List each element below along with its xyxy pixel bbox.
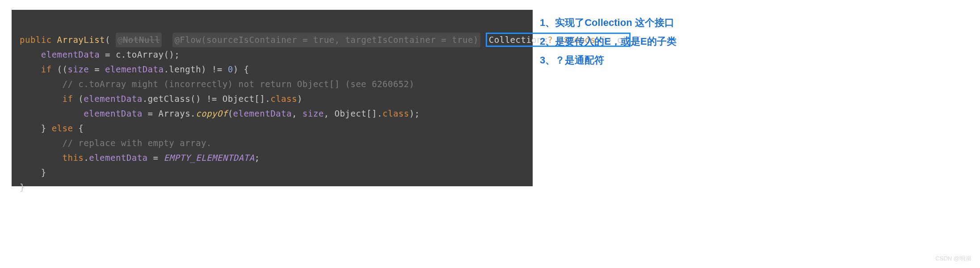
annotation-notes: 1、实现了Collection 这个接口 2、是要传入的E，或是E的子类 3、？… xyxy=(540,13,677,70)
note-1: 1、实现了Collection 这个接口 xyxy=(540,13,677,32)
field-elementdata: elementData xyxy=(41,50,100,59)
annotation-notnull: @NotNull xyxy=(116,33,162,47)
keyword-public: public xyxy=(20,35,52,45)
note-3: 3、？是通配符 xyxy=(540,51,677,70)
watermark: CSDN @明湖 xyxy=(935,255,971,263)
annotation-flow: @Flow(sourceIsContainer = true, targetIs… xyxy=(172,33,480,47)
code-panel: public ArrayList( @NotNull @Flow(sourceI… xyxy=(12,10,533,186)
method-name: ArrayList xyxy=(57,35,105,45)
comment-line: // replace with empty array. xyxy=(63,138,212,148)
note-2: 2、是要传入的E，或是E的子类 xyxy=(540,32,677,51)
comment-line: // c.toArray might (incorrectly) not ret… xyxy=(63,79,415,89)
